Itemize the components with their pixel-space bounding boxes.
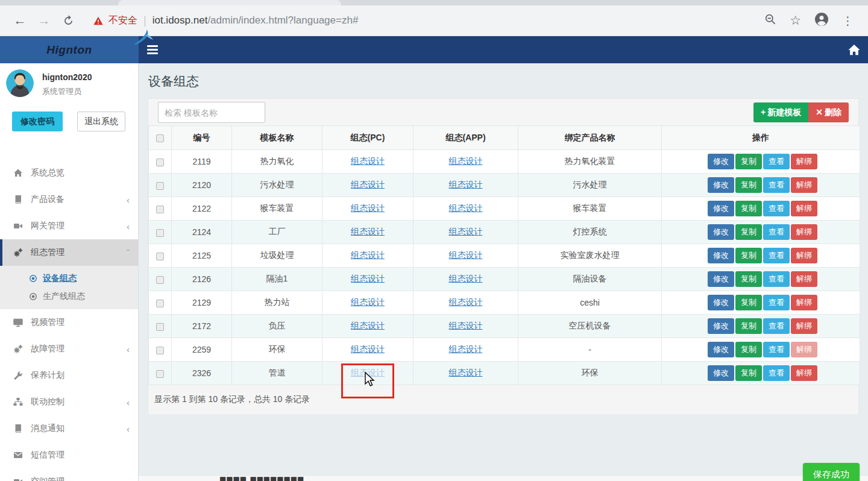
unbind-button[interactable]: 解绑 bbox=[791, 318, 817, 334]
edit-button[interactable]: 修改 bbox=[708, 295, 734, 310]
logout-button[interactable]: 退出系统 bbox=[77, 112, 125, 131]
copy-button[interactable]: 复制 bbox=[735, 271, 762, 287]
edit-button[interactable]: 修改 bbox=[708, 154, 734, 169]
row-checkbox[interactable] bbox=[156, 229, 164, 237]
edit-button[interactable]: 修改 bbox=[708, 365, 734, 381]
zoom-out-icon[interactable] bbox=[764, 13, 776, 28]
security-warning[interactable]: 不安全 bbox=[108, 14, 137, 27]
row-checkbox[interactable] bbox=[156, 347, 164, 354]
unbind-button[interactable]: 解绑 bbox=[791, 295, 817, 310]
edit-button[interactable]: 修改 bbox=[708, 177, 734, 193]
copy-button[interactable]: 复制 bbox=[735, 154, 762, 169]
back-icon[interactable]: ← bbox=[10, 10, 30, 31]
app-config-link[interactable]: 组态设计 bbox=[449, 227, 483, 236]
row-checkbox[interactable] bbox=[156, 206, 164, 213]
pc-config-link[interactable]: 组态设计 bbox=[351, 368, 385, 377]
view-button[interactable]: 查看 bbox=[763, 201, 790, 216]
view-button[interactable]: 查看 bbox=[763, 365, 790, 381]
copy-button[interactable]: 复制 bbox=[735, 318, 762, 334]
edit-button[interactable]: 修改 bbox=[708, 224, 734, 240]
app-config-link[interactable]: 组态设计 bbox=[449, 368, 483, 377]
app-config-link[interactable]: 组态设计 bbox=[449, 156, 483, 166]
sidebar-item-短信管理[interactable]: 短信管理 bbox=[0, 442, 138, 468]
row-checkbox[interactable] bbox=[156, 370, 164, 378]
sidebar-item-空间管理[interactable]: 空间管理 bbox=[0, 468, 138, 481]
submenu-item-生产线组态[interactable]: 生产线组态 bbox=[0, 288, 138, 306]
new-template-button[interactable]: +新建模板 bbox=[753, 102, 808, 122]
menu-dots-icon[interactable]: ⋮ bbox=[842, 14, 854, 28]
copy-button[interactable]: 复制 bbox=[735, 248, 762, 263]
pc-config-link[interactable]: 组态设计 bbox=[351, 180, 385, 189]
pc-config-link[interactable]: 组态设计 bbox=[351, 250, 385, 260]
sidebar-item-消息通知[interactable]: 消息通知 ‹ bbox=[0, 415, 138, 442]
row-checkbox[interactable] bbox=[156, 323, 164, 331]
address-bar[interactable]: 不安全 | iot.idosp.net/admin/index.html?lan… bbox=[82, 14, 761, 27]
pc-config-link[interactable]: 组态设计 bbox=[351, 203, 385, 213]
app-config-link[interactable]: 组态设计 bbox=[449, 274, 483, 283]
bookmark-star-icon[interactable]: ☆ bbox=[790, 13, 801, 28]
delete-button[interactable]: ✕删除 bbox=[808, 102, 849, 122]
pc-config-link[interactable]: 组态设计 bbox=[351, 274, 385, 283]
view-button[interactable]: 查看 bbox=[763, 154, 790, 169]
sidebar-item-组态管理[interactable]: 组态管理 ˇ bbox=[0, 239, 138, 266]
app-config-link[interactable]: 组态设计 bbox=[449, 297, 483, 307]
sidebar-toggle-icon[interactable] bbox=[147, 43, 160, 55]
edit-button[interactable]: 修改 bbox=[708, 248, 734, 263]
unbind-button[interactable]: 解绑 bbox=[791, 154, 817, 169]
unbind-button[interactable]: 解绑 bbox=[791, 365, 817, 381]
edit-button[interactable]: 修改 bbox=[708, 318, 734, 334]
copy-button[interactable]: 复制 bbox=[735, 365, 762, 381]
logo[interactable]: Hignton bbox=[0, 36, 139, 63]
copy-button[interactable]: 复制 bbox=[735, 177, 762, 193]
app-config-link[interactable]: 组态设计 bbox=[449, 180, 483, 189]
copy-button[interactable]: 复制 bbox=[735, 201, 762, 216]
sidebar-item-联动控制[interactable]: 联动控制 ‹ bbox=[0, 389, 138, 415]
unbind-button[interactable]: 解绑 bbox=[791, 177, 817, 193]
sidebar-item-故障管理[interactable]: 故障管理 ‹ bbox=[0, 336, 138, 362]
pc-config-link[interactable]: 组态设计 bbox=[351, 297, 385, 307]
view-button[interactable]: 查看 bbox=[763, 295, 790, 310]
app-config-link[interactable]: 组态设计 bbox=[449, 203, 483, 213]
active-tab[interactable] bbox=[118, 0, 341, 5]
edit-button[interactable]: 修改 bbox=[708, 342, 734, 357]
copy-button[interactable]: 复制 bbox=[735, 295, 762, 310]
app-config-link[interactable]: 组态设计 bbox=[449, 344, 483, 354]
search-input[interactable] bbox=[158, 102, 265, 123]
home-icon[interactable] bbox=[848, 43, 861, 57]
sidebar-item-产品设备[interactable]: 产品设备 ‹ bbox=[0, 186, 138, 213]
view-button[interactable]: 查看 bbox=[763, 224, 790, 240]
pc-config-link[interactable]: 组态设计 bbox=[351, 156, 385, 166]
app-config-link[interactable]: 组态设计 bbox=[449, 250, 483, 260]
edit-button[interactable]: 修改 bbox=[708, 201, 734, 216]
url-text[interactable]: iot.idosp.net/admin/index.html?language=… bbox=[153, 14, 359, 27]
view-button[interactable]: 查看 bbox=[763, 248, 790, 263]
submenu-item-设备组态[interactable]: 设备组态 bbox=[0, 269, 138, 288]
row-checkbox[interactable] bbox=[156, 253, 164, 260]
forward-icon[interactable]: → bbox=[34, 10, 54, 31]
sidebar-item-保养计划[interactable]: 保养计划 bbox=[0, 362, 138, 389]
view-button[interactable]: 查看 bbox=[763, 271, 790, 287]
copy-button[interactable]: 复制 bbox=[735, 224, 762, 240]
select-all-checkbox[interactable] bbox=[156, 134, 164, 142]
pc-config-link[interactable]: 组态设计 bbox=[351, 227, 385, 236]
pc-config-link[interactable]: 组态设计 bbox=[351, 344, 385, 354]
view-button[interactable]: 查看 bbox=[763, 342, 790, 357]
pc-config-link[interactable]: 组态设计 bbox=[351, 321, 385, 330]
copy-button[interactable]: 复制 bbox=[735, 342, 762, 357]
change-password-button[interactable]: 修改密码 bbox=[12, 112, 63, 131]
row-checkbox[interactable] bbox=[156, 276, 164, 284]
sidebar-item-网关管理[interactable]: 网关管理 ‹ bbox=[0, 213, 138, 239]
view-button[interactable]: 查看 bbox=[763, 177, 790, 193]
unbind-button[interactable]: 解绑 bbox=[791, 201, 817, 216]
view-button[interactable]: 查看 bbox=[763, 318, 790, 334]
profile-avatar-icon[interactable] bbox=[814, 12, 829, 29]
unbind-button[interactable]: 解绑 bbox=[791, 271, 817, 287]
row-checkbox[interactable] bbox=[156, 182, 164, 190]
user-avatar[interactable] bbox=[6, 69, 34, 97]
app-config-link[interactable]: 组态设计 bbox=[449, 321, 483, 330]
row-checkbox[interactable] bbox=[156, 300, 164, 307]
edit-button[interactable]: 修改 bbox=[708, 271, 734, 287]
unbind-button[interactable]: 解绑 bbox=[791, 248, 817, 263]
sidebar-item-视频管理[interactable]: 视频管理 bbox=[0, 309, 138, 336]
unbind-button[interactable]: 解绑 bbox=[791, 224, 817, 240]
